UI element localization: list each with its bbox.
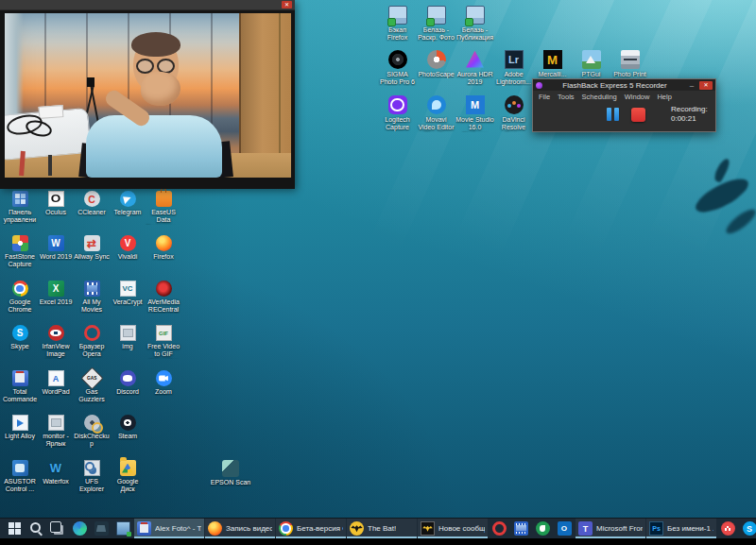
desktop-icon[interactable]: Google Диск xyxy=(110,460,146,494)
recorder-menu-item[interactable]: File xyxy=(539,93,550,101)
task-view-button[interactable] xyxy=(47,519,68,538)
recorder-menu-item[interactable]: Window xyxy=(625,93,650,101)
desktop-icon[interactable]: EPSON Scan xyxy=(210,460,251,486)
desktop-icon[interactable]: WordPad xyxy=(38,370,74,404)
desktop-icon-label: Vivaldi xyxy=(110,253,146,261)
placeholder-icon xyxy=(48,415,64,431)
desktop-icon-label: Movavi Video Editor Plus 2... xyxy=(417,116,455,132)
desktop-icon[interactable]: Google Chrome xyxy=(2,281,38,314)
desktop-icon[interactable]: Gas Guzzlers Extreme xyxy=(74,370,110,404)
minimize-icon[interactable]: – xyxy=(687,81,696,90)
desktop-icon-label: Light Alloy xyxy=(2,433,38,440)
pause-button[interactable] xyxy=(607,108,619,121)
desktop-icon[interactable]: Movavi Video Editor Plus 2... xyxy=(417,95,455,132)
desktop-icon[interactable]: CCleaner xyxy=(74,191,110,225)
desktop-icon[interactable]: img xyxy=(110,325,146,359)
taskbar-edge[interactable] xyxy=(69,519,90,538)
desktop-icon[interactable]: Telegram xyxy=(110,191,146,225)
desktop-icon-label: Zoom xyxy=(146,388,181,396)
taskbar-the-bat[interactable]: The Bat! xyxy=(347,519,417,538)
recorder-title-bar[interactable]: FlashBack Express 5 Recorder – ✕ xyxy=(533,79,715,91)
desktop-icon[interactable]: monitor - Ярлык xyxy=(38,415,74,448)
desktop-icon[interactable]: Logitech Capture xyxy=(378,95,417,132)
taskbar-microsoft-app[interactable]: Microsoft Fron... xyxy=(576,519,645,538)
desktop-icon[interactable]: ASUSTOR Control ... xyxy=(2,460,38,494)
desktop-icon[interactable]: FastStone Capture xyxy=(2,235,38,268)
desktop-icon[interactable]: Excel 2019 xyxy=(38,281,74,314)
desktop-icon[interactable]: Adobe Lightroom... xyxy=(494,50,533,86)
desktop-icon[interactable]: Firefox xyxy=(146,235,181,268)
desktop-icon[interactable]: Movie Studio 16.0 Platinum xyxy=(455,95,494,132)
recorder-menu-item[interactable]: Scheduling xyxy=(582,93,617,101)
recorder-menu-bar: FileToolsSchedulingWindowHelp xyxy=(533,91,715,102)
desktop-icon[interactable]: Aurora HDR 2019 xyxy=(455,50,494,86)
taskbar-pc-app[interactable] xyxy=(112,519,133,538)
desktop-icon[interactable]: DiskCheckup xyxy=(74,415,110,448)
desktop-icon[interactable]: All My Movies xyxy=(74,281,110,314)
desktop-icon[interactable]: Vivaldi xyxy=(110,235,146,268)
oculus-icon xyxy=(48,191,64,207)
desktop-icon[interactable]: Zoom xyxy=(146,370,181,404)
moviestudio-icon xyxy=(466,95,485,114)
desktop-icon[interactable]: Белазь - Публикация xyxy=(455,6,494,42)
taskbar-skype[interactable] xyxy=(739,519,756,538)
desktop-icon[interactable]: Word 2019 xyxy=(38,235,74,268)
desktop-icon-label: img xyxy=(110,343,146,350)
desktop-icon[interactable]: IrfanView Image Viewer xyxy=(38,325,74,359)
movavi-icon xyxy=(427,95,446,114)
desktop-icon[interactable]: Бэкап Firefox xyxy=(378,6,417,42)
desktop-icon[interactable]: Light Alloy xyxy=(2,415,38,448)
taskbar-total-commander[interactable]: Alex Foto^ - T... xyxy=(134,519,204,538)
taskbar-chrome[interactable]: Бета-версия C... xyxy=(276,519,346,538)
desktop-icon[interactable]: Браузер Opera xyxy=(74,325,110,359)
close-icon[interactable]: ✕ xyxy=(699,81,713,90)
taskbar-photoshop[interactable]: Без имени-1 ... xyxy=(646,519,716,538)
desktop-icon[interactable]: Total Commander... xyxy=(2,370,38,404)
webcam-title-bar[interactable]: ✕ xyxy=(0,0,295,10)
greenapp-icon xyxy=(536,521,550,536)
desktop-icon[interactable]: Oculus xyxy=(38,191,74,225)
thebat-icon xyxy=(350,521,364,536)
desktop-icon[interactable]: Free Video to GIF Converter xyxy=(146,325,181,359)
taskbar-laptop-app[interactable] xyxy=(91,519,112,538)
taskbar-button-label: Без имени-1 ... xyxy=(667,524,713,533)
desktop-icon-label: WordPad xyxy=(38,388,74,396)
stop-button[interactable] xyxy=(631,108,645,122)
desktop-icon[interactable]: PhotoScape xyxy=(417,50,455,86)
recorder-menu-item[interactable]: Help xyxy=(657,93,671,101)
recorder-app-icon xyxy=(536,82,542,89)
desktop-icon[interactable]: Steam xyxy=(110,415,146,448)
desktop-icon[interactable]: VeraCrypt xyxy=(110,281,146,314)
taskbar-firefox[interactable]: Запись видеоур... xyxy=(205,519,275,538)
ufs-icon xyxy=(84,460,100,476)
desktop-icon[interactable]: Панель управления xyxy=(2,191,38,225)
taskbar-movie-studio[interactable] xyxy=(510,519,531,538)
taskbar-outlook[interactable] xyxy=(554,519,575,538)
taskbar-button-label: Alex Foto^ - T... xyxy=(155,524,201,533)
webcam-video-feed xyxy=(5,13,291,178)
flashback-recorder-window: FlashBack Express 5 Recorder – ✕ FileToo… xyxy=(532,78,716,132)
desktop-icon[interactable]: Waterfox xyxy=(38,460,74,494)
desktop-icon-label: Google Диск xyxy=(110,478,146,493)
start-button[interactable] xyxy=(4,519,25,538)
taskbar-opera[interactable] xyxy=(489,519,509,538)
desktop-icon[interactable]: Allway Sync xyxy=(74,235,110,268)
opera-icon xyxy=(492,521,507,536)
desktop-icon[interactable]: EaseUS Data Recovery ... xyxy=(146,191,181,225)
search-button[interactable] xyxy=(26,519,46,538)
controlpanel-icon xyxy=(12,191,28,207)
ptgui-icon xyxy=(582,50,601,69)
taskbar-red-app[interactable] xyxy=(717,519,738,538)
desktop-icon[interactable]: SIGMA Photo Pro 6 xyxy=(378,50,417,86)
desktop-icon[interactable]: Skype xyxy=(2,325,38,359)
desktop-icon[interactable]: AVerMedia RECentral xyxy=(146,281,181,314)
vivaldi-icon xyxy=(120,235,136,251)
taskbar-green-app[interactable] xyxy=(532,519,553,538)
desktop-icon[interactable]: Белазь - Раскр. Фото xyxy=(417,6,455,42)
desktop-icon[interactable]: Discord xyxy=(110,370,146,404)
taskbar-the-bat-message[interactable]: Новое сообщени... xyxy=(418,519,488,538)
desktop-icon[interactable]: UFS Explorer Standard R... xyxy=(74,460,110,494)
desktop-icon[interactable]: DaVinci Resolve Proj... xyxy=(494,95,533,132)
close-icon[interactable]: ✕ xyxy=(282,1,292,9)
recorder-menu-item[interactable]: Tools xyxy=(558,93,575,101)
